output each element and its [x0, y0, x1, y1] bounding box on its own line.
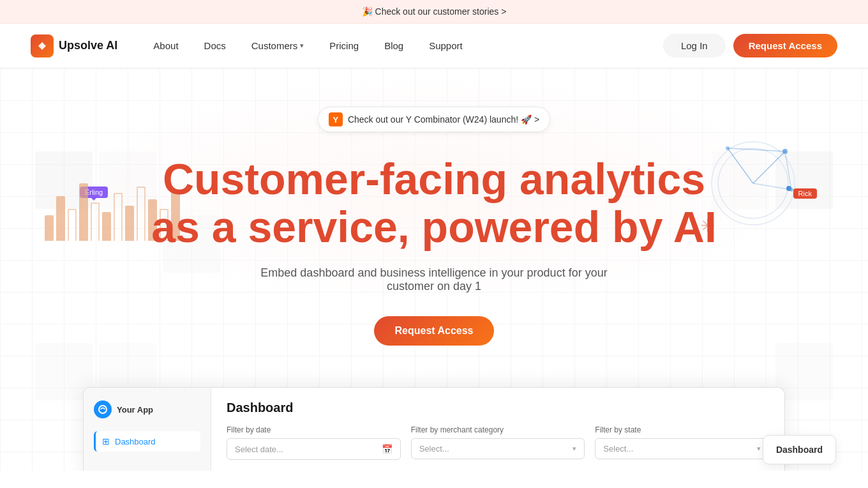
nav-support-label: Support: [429, 40, 463, 51]
filter-state-label: Filter by state: [595, 425, 769, 434]
nav-item-docs[interactable]: Docs: [194, 35, 236, 56]
filter-category-select[interactable]: Select... ▾: [411, 438, 585, 459]
nav-item-about[interactable]: About: [143, 35, 188, 56]
nav-item-customers[interactable]: Customers ▾: [241, 35, 315, 56]
sidebar-app-name: Your App: [94, 400, 200, 418]
dashboard-sidebar: Your App ⊞ Dashboard: [84, 388, 211, 471]
dashboard-card-label: Dashboard: [776, 445, 823, 455]
filter-category-label: Filter by merchant category: [411, 425, 585, 434]
filter-date-label: Filter by date: [227, 425, 401, 434]
logo-link[interactable]: Upsolve AI: [31, 34, 117, 57]
banner-text: 🎉 Check out our customer stories >: [362, 6, 507, 17]
hero-title: Customer-facing analytics as a service, …: [151, 155, 717, 251]
dashboard-main: Dashboard Filter by date Select date... …: [211, 388, 784, 471]
sidebar-app-icon: [94, 400, 112, 418]
app-icon-svg: [98, 404, 108, 415]
svg-point-11: [99, 406, 107, 413]
dashboard-floating-card: Dashboard: [763, 435, 836, 464]
dashboard-inner: Your App ⊞ Dashboard Dashboard Filter by…: [84, 388, 784, 471]
filter-date-select[interactable]: Select date... 📅: [227, 438, 401, 460]
hero-title-line2: as a service, powered by AI: [151, 202, 717, 251]
nav-item-blog[interactable]: Blog: [374, 35, 414, 56]
filter-state-select[interactable]: Select... ▾: [595, 438, 769, 459]
top-banner[interactable]: 🎉 Check out our customer stories >: [0, 0, 868, 24]
hero-section: Erling: [0, 68, 868, 471]
dashboard-title: Dashboard: [227, 400, 769, 415]
hero-subtitle: Embed dashboard and business intelligenc…: [236, 266, 632, 293]
hero-content: Y Check out our Y Combinator (W24) launc…: [0, 68, 868, 346]
chevron-down-icon-filter2: ▾: [572, 445, 576, 453]
hero-title-line1: Customer-facing analytics: [163, 155, 705, 203]
chevron-down-icon: ▾: [300, 42, 304, 50]
nav-item-support[interactable]: Support: [419, 35, 473, 56]
dashboard-nav-icon: ⊞: [102, 436, 110, 446]
sidebar-app-label: Your App: [117, 405, 153, 415]
filter-row: Filter by date Select date... 📅 Filter b…: [227, 425, 769, 460]
yc-badge-text: Check out our Y Combinator (W24) launch!…: [348, 114, 539, 125]
sidebar-nav-dashboard-label: Dashboard: [115, 437, 156, 446]
sidebar-nav-dashboard[interactable]: ⊞ Dashboard: [94, 431, 200, 452]
filter-group-state: Filter by state Select... ▾: [595, 425, 769, 460]
nav-pricing-label: Pricing: [329, 40, 359, 51]
navbar: Upsolve AI About Docs Customers ▾ Pricin…: [0, 24, 868, 68]
nav-links: About Docs Customers ▾ Pricing Blog Supp…: [143, 35, 663, 56]
yc-icon: Y: [329, 112, 343, 126]
filter-state-placeholder: Select...: [603, 444, 633, 454]
filter-group-date: Filter by date Select date... 📅: [227, 425, 401, 460]
filter-group-category: Filter by merchant category Select... ▾: [411, 425, 585, 460]
nav-docs-label: Docs: [204, 40, 226, 51]
nav-about-label: About: [153, 40, 178, 51]
request-access-button[interactable]: Request Access: [733, 34, 837, 57]
logo-text: Upsolve AI: [59, 39, 117, 52]
logo-icon: [31, 34, 54, 57]
nav-customers-label: Customers: [251, 40, 298, 51]
hero-cta-button[interactable]: Request Access: [374, 316, 493, 346]
chevron-down-icon-filter3: ▾: [757, 445, 761, 453]
nav-actions: Log In Request Access: [663, 34, 837, 57]
nav-blog-label: Blog: [384, 40, 403, 51]
login-button[interactable]: Log In: [663, 34, 726, 57]
calendar-icon: 📅: [382, 444, 393, 454]
dashboard-preview: Your App ⊞ Dashboard Dashboard Filter by…: [83, 387, 785, 471]
yc-badge[interactable]: Y Check out our Y Combinator (W24) launc…: [318, 107, 550, 132]
nav-item-pricing[interactable]: Pricing: [319, 35, 369, 56]
filter-category-placeholder: Select...: [419, 444, 449, 454]
filter-date-placeholder: Select date...: [235, 445, 283, 454]
logo-svg: [36, 40, 49, 52]
